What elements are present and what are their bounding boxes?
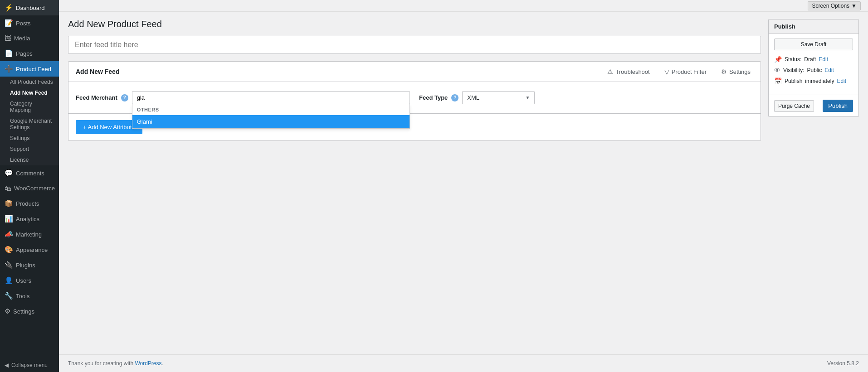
feed-type-select[interactable]: XML ▼: [462, 91, 535, 104]
dropdown-item-glami[interactable]: Glami: [132, 115, 410, 128]
feed-type-value: XML: [467, 94, 479, 101]
merchant-dropdown: Others Glami: [132, 104, 410, 129]
publish-label: Publish: [785, 78, 802, 84]
feed-section: Add New Feed ⚠ Troubleshoot ▽ Product Fi…: [68, 61, 761, 141]
status-label: Status:: [785, 56, 801, 63]
sidebar-sub-category-mapping[interactable]: Category Mapping: [0, 98, 59, 116]
status-row: 📌 Status: Draft Edit: [774, 56, 853, 63]
purge-cache-button[interactable]: Purge Cache: [774, 100, 814, 112]
publish-time-row: 📅 Publish immediately Edit: [774, 77, 853, 85]
status-icon: 📌: [774, 56, 782, 63]
sidebar-item-woocommerce[interactable]: 🛍 WooCommerce: [0, 181, 59, 196]
plugins-icon: 🔌: [5, 261, 13, 269]
sidebar: ⚡ Dashboard 📝 Posts 🖼 Media 📄 Pages ➕ Pr…: [0, 0, 59, 372]
pages-icon: 📄: [5, 49, 13, 58]
screen-options-button[interactable]: Screen Options ▼: [808, 1, 861, 10]
collapse-icon: ◀: [5, 362, 9, 368]
sidebar-product-feed-submenu: All Product Feeds Add New Feed Category …: [0, 77, 59, 165]
publish-time-edit-link[interactable]: Edit: [837, 78, 846, 84]
version-label: Version 5.8.2: [827, 360, 859, 367]
feed-merchant-field: Feed Merchant ? Others Glami: [76, 91, 410, 104]
sidebar-item-marketing[interactable]: 📣 Marketing: [0, 227, 59, 242]
tools-icon: 🔧: [5, 292, 13, 300]
sidebar-sub-google-merchant[interactable]: Google Merchant Settings: [0, 116, 59, 133]
visibility-value: Public: [807, 67, 822, 73]
publish-meta: 📌 Status: Draft Edit 👁 Visibility: Publi…: [774, 56, 853, 85]
wordpress-link[interactable]: WordPress: [135, 360, 161, 367]
marketing-icon: 📣: [5, 230, 13, 238]
settings-button[interactable]: ⚙ Settings: [718, 66, 753, 77]
feed-merchant-help-icon[interactable]: ?: [121, 94, 128, 101]
feed-title-input[interactable]: [68, 36, 761, 54]
dashboard-icon: ⚡: [5, 4, 13, 12]
feed-section-header: Add New Feed ⚠ Troubleshoot ▽ Product Fi…: [68, 62, 761, 82]
main-area: Screen Options ▼ Add New Product Feed Ad…: [59, 0, 868, 372]
comments-icon: 💬: [5, 169, 13, 177]
warning-icon: ⚠: [607, 68, 613, 75]
topbar: Screen Options ▼: [59, 0, 868, 12]
troubleshoot-button[interactable]: ⚠ Troubleshoot: [605, 66, 652, 77]
chevron-down-icon: ▼: [525, 95, 530, 100]
feed-type-help-icon[interactable]: ?: [451, 94, 458, 101]
sidebar-item-appearance[interactable]: 🎨 Appearance: [0, 242, 59, 257]
products-icon: 📦: [5, 199, 13, 208]
visibility-label: Visibility:: [783, 67, 804, 73]
sidebar-item-dashboard[interactable]: ⚡ Dashboard: [0, 0, 59, 15]
feed-merchant-label: Feed Merchant: [76, 94, 117, 101]
feed-merchant-input[interactable]: [132, 91, 410, 104]
woocommerce-icon: 🛍: [5, 184, 11, 192]
publish-button[interactable]: Publish: [823, 100, 853, 112]
sidebar-sub-all-feeds[interactable]: All Product Feeds: [0, 77, 59, 87]
calendar-icon: 📅: [774, 77, 782, 85]
sidebar-item-settings[interactable]: ⚙ Settings: [0, 304, 59, 319]
feed-type-label: Feed Type: [419, 94, 448, 101]
sidebar-sub-settings[interactable]: Settings: [0, 133, 59, 144]
sidebar-item-comments[interactable]: 💬 Comments: [0, 165, 59, 181]
feed-type-field: Feed Type ? XML ▼: [419, 91, 753, 104]
sidebar-item-products[interactable]: 📦 Products: [0, 196, 59, 211]
status-edit-link[interactable]: Edit: [819, 56, 828, 63]
feed-section-title: Add New Feed: [76, 68, 119, 75]
product-filter-button[interactable]: ▽ Product Filter: [662, 66, 709, 77]
publish-box-footer: Purge Cache Publish: [769, 95, 858, 116]
gear-icon: ⚙: [721, 68, 727, 75]
visibility-icon: 👁: [774, 67, 780, 74]
analytics-icon: 📊: [5, 215, 13, 223]
sidebar-sub-add-new[interactable]: Add New Feed: [0, 87, 59, 98]
media-icon: 🖼: [5, 34, 11, 42]
feed-merchant-wrapper: Others Glami: [132, 91, 410, 104]
feed-section-actions: ⚠ Troubleshoot ▽ Product Filter ⚙ Settin…: [605, 66, 753, 77]
sidebar-item-product-feed[interactable]: ➕ Product Feed: [0, 61, 59, 77]
visibility-edit-link[interactable]: Edit: [824, 67, 834, 73]
product-feed-icon: ➕: [5, 65, 13, 73]
publish-time: immediately: [805, 78, 834, 84]
settings-icon: ⚙: [5, 307, 10, 315]
appearance-icon: 🎨: [5, 246, 13, 254]
sidebar-item-pages[interactable]: 📄 Pages: [0, 46, 59, 61]
footer-text: Thank you for creating with WordPress.: [68, 360, 163, 367]
publish-box-header: Publish: [769, 19, 858, 34]
posts-icon: 📝: [5, 19, 13, 27]
feed-body: Feed Merchant ? Others Glami: [68, 82, 761, 113]
sidebar-item-plugins[interactable]: 🔌 Plugins: [0, 257, 59, 273]
sidebar-sub-support[interactable]: Support: [0, 144, 59, 155]
status-value: Draft: [804, 56, 816, 63]
right-sidebar: Publish Save Draft 📌 Status: Draft Edit: [768, 19, 859, 347]
sidebar-item-users[interactable]: 👤 Users: [0, 273, 59, 288]
sidebar-sub-license[interactable]: License: [0, 155, 59, 165]
publish-box: Publish Save Draft 📌 Status: Draft Edit: [768, 19, 859, 117]
sidebar-item-tools[interactable]: 🔧 Tools: [0, 288, 59, 304]
users-icon: 👤: [5, 276, 13, 285]
collapse-menu-button[interactable]: ◀ Collapse menu: [0, 358, 59, 372]
publish-box-body: Save Draft 📌 Status: Draft Edit 👁 Visibi…: [769, 34, 858, 95]
footer: Thank you for creating with WordPress. V…: [59, 354, 868, 372]
dropdown-group-others: Others: [132, 104, 410, 115]
sidebar-item-posts[interactable]: 📝 Posts: [0, 15, 59, 31]
sidebar-item-media[interactable]: 🖼 Media: [0, 31, 59, 46]
save-draft-button[interactable]: Save Draft: [774, 39, 853, 50]
filter-icon: ▽: [664, 68, 669, 75]
visibility-row: 👁 Visibility: Public Edit: [774, 67, 853, 74]
page-title: Add New Product Feed: [68, 19, 761, 29]
sidebar-item-analytics[interactable]: 📊 Analytics: [0, 211, 59, 227]
feed-row: Feed Merchant ? Others Glami: [76, 91, 753, 104]
